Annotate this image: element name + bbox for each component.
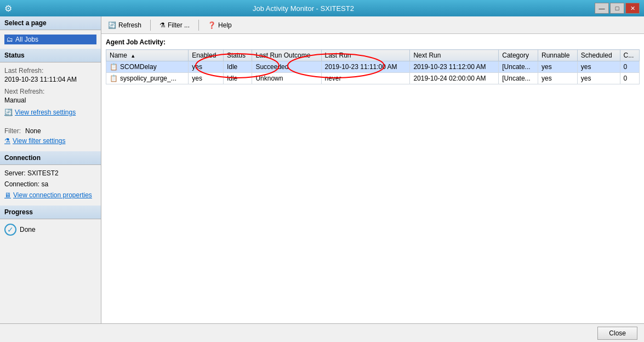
- table-row[interactable]: 📋SCOMDelayyesIdleSucceeded2019-10-23 11:…: [106, 61, 640, 73]
- last-refresh-value: 2019-10-23 11:11:04 AM: [4, 76, 96, 83]
- server-label: Server: SXITEST2: [4, 169, 59, 177]
- col-runnable[interactable]: Runnable: [538, 50, 578, 61]
- minimize-button[interactable]: —: [595, 3, 609, 14]
- col-next-run[interactable]: Next Run: [410, 50, 499, 61]
- view-connection-link[interactable]: 🖥 View connection properties: [4, 191, 96, 199]
- filter-section: Filter: None ⚗ View filter settings: [0, 123, 101, 151]
- col-category[interactable]: Category: [499, 50, 538, 61]
- cell-name: 📋SCOMDelay: [106, 61, 189, 73]
- all-jobs-item[interactable]: 🗂 All Jobs: [4, 35, 96, 44]
- col-category-label: Category: [502, 52, 529, 59]
- filter-row: Filter: None: [4, 127, 96, 135]
- filter-icon: ⚗: [159, 21, 166, 29]
- col-last-run[interactable]: Last Run: [321, 50, 410, 61]
- connection-label: Connection: sa: [4, 180, 48, 188]
- col-status[interactable]: Status: [223, 50, 252, 61]
- refresh-button[interactable]: 🔄 Refresh: [106, 20, 144, 30]
- left-panel: Select a page 🗂 All Jobs Status Last Ref…: [0, 16, 101, 323]
- agent-job-label: Agent Job Activity:: [106, 38, 640, 46]
- help-button[interactable]: ❓ Help: [206, 20, 234, 30]
- close-window-button[interactable]: ✕: [625, 3, 640, 14]
- all-jobs-label: All Jobs: [15, 36, 38, 43]
- status-header: Status: [0, 49, 101, 62]
- done-icon: ✓: [4, 224, 16, 236]
- bottom-bar: Close: [0, 323, 644, 342]
- view-filter-settings-link[interactable]: ⚗ View filter settings: [4, 137, 96, 145]
- cell-category: [Uncate...: [499, 73, 538, 84]
- col-status-label: Status: [227, 52, 246, 59]
- col-name[interactable]: Name ▲: [106, 50, 189, 61]
- filter-label: Filter:: [4, 127, 21, 135]
- col-last-run-label: Last Run: [325, 52, 351, 59]
- refresh-icon: 🔄: [108, 21, 116, 29]
- view-filter-label: View filter settings: [13, 137, 66, 145]
- cell-last-run: 2019-10-23 11:11:00 AM: [321, 61, 410, 73]
- cell-last-run: never: [321, 73, 410, 84]
- col-c-label: C...: [624, 52, 634, 59]
- col-enabled[interactable]: Enabled: [189, 50, 224, 61]
- progress-done: ✓ Done: [4, 224, 96, 236]
- cell-category: [Uncate...: [499, 61, 538, 73]
- table-row[interactable]: 📋syspolicy_purge_...yesIdleUnknownnever2…: [106, 73, 640, 84]
- last-refresh-label: Last Refresh:: [4, 67, 96, 75]
- progress-header: Progress: [0, 206, 101, 219]
- window-title: Job Activity Monitor - SXITEST2: [12, 4, 595, 13]
- col-scheduled[interactable]: Scheduled: [577, 50, 620, 61]
- filter-link-icon: ⚗: [4, 137, 10, 145]
- maximize-button[interactable]: □: [610, 3, 624, 14]
- toolbar-sep-1: [150, 20, 151, 31]
- title-bar: ⚙ Job Activity Monitor - SXITEST2 — □ ✕: [0, 0, 644, 16]
- col-enabled-label: Enabled: [192, 52, 216, 59]
- app-icon: ⚙: [4, 3, 12, 14]
- server-row: Server: SXITEST2: [4, 169, 96, 177]
- next-refresh-label: Next Refresh:: [4, 88, 96, 95]
- cell-next-run: 2019-10-24 02:00:00 AM: [410, 73, 499, 84]
- row-icon: 📋: [110, 75, 118, 82]
- toolbar-sep-2: [198, 20, 199, 31]
- cell-enabled: yes: [189, 61, 224, 73]
- next-refresh-value: Manual: [4, 96, 96, 104]
- toolbar: 🔄 Refresh ⚗ Filter ... ❓ Help: [101, 16, 644, 34]
- cell-c: 0: [620, 73, 639, 84]
- select-page-header: Select a page: [0, 16, 101, 30]
- main-container: Select a page 🗂 All Jobs Status Last Ref…: [0, 16, 644, 323]
- cell-scheduled: yes: [577, 61, 620, 73]
- cell-status: Idle: [223, 61, 252, 73]
- col-scheduled-label: Scheduled: [581, 52, 612, 59]
- cell-runnable: yes: [538, 73, 578, 84]
- cell-enabled: yes: [189, 73, 224, 84]
- col-last-run-outcome-label: Last Run Outcome: [255, 52, 310, 59]
- close-button[interactable]: Close: [597, 327, 637, 340]
- col-name-label: Name: [110, 52, 127, 59]
- progress-section: ✓ Done: [0, 219, 101, 240]
- cell-runnable: yes: [538, 61, 578, 73]
- connection-section: Server: SXITEST2 Connection: sa 🖥 View c…: [0, 165, 101, 206]
- title-bar-left: ⚙: [4, 3, 12, 14]
- connection-row: Connection: sa: [4, 180, 96, 188]
- view-refresh-settings-link[interactable]: 🔄 View refresh settings: [4, 109, 96, 116]
- col-last-run-outcome[interactable]: Last Run Outcome: [252, 50, 321, 61]
- filter-label: Filter ...: [168, 21, 190, 29]
- cell-c: 0: [620, 61, 639, 73]
- help-icon: ❓: [208, 21, 216, 29]
- filter-button[interactable]: ⚗ Filter ...: [157, 20, 192, 30]
- refresh-label: Refresh: [118, 21, 141, 29]
- folder-icon: 🗂: [7, 36, 13, 43]
- content-area: Agent Job Activity: Name ▲ Enabled Statu…: [101, 34, 644, 323]
- cell-last-run-outcome: Unknown: [252, 73, 321, 84]
- table-header-row: Name ▲ Enabled Status Last Run Outcome L…: [106, 50, 640, 61]
- cell-scheduled: yes: [577, 73, 620, 84]
- right-panel: 🔄 Refresh ⚗ Filter ... ❓ Help Agent Job …: [101, 16, 644, 323]
- help-label: Help: [218, 21, 232, 29]
- cell-next-run: 2019-10-23 11:12:00 AM: [410, 61, 499, 73]
- cell-status: Idle: [223, 73, 252, 84]
- col-runnable-label: Runnable: [542, 52, 569, 59]
- job-table: Name ▲ Enabled Status Last Run Outcome L…: [106, 49, 640, 84]
- table-wrapper: Name ▲ Enabled Status Last Run Outcome L…: [106, 49, 640, 84]
- window-controls: — □ ✕: [595, 3, 640, 14]
- connection-link-icon: 🖥: [4, 191, 11, 199]
- filter-value: None: [25, 127, 41, 135]
- connection-header: Connection: [0, 151, 101, 165]
- sort-arrow-name: ▲: [130, 53, 135, 59]
- col-c[interactable]: C...: [620, 50, 639, 61]
